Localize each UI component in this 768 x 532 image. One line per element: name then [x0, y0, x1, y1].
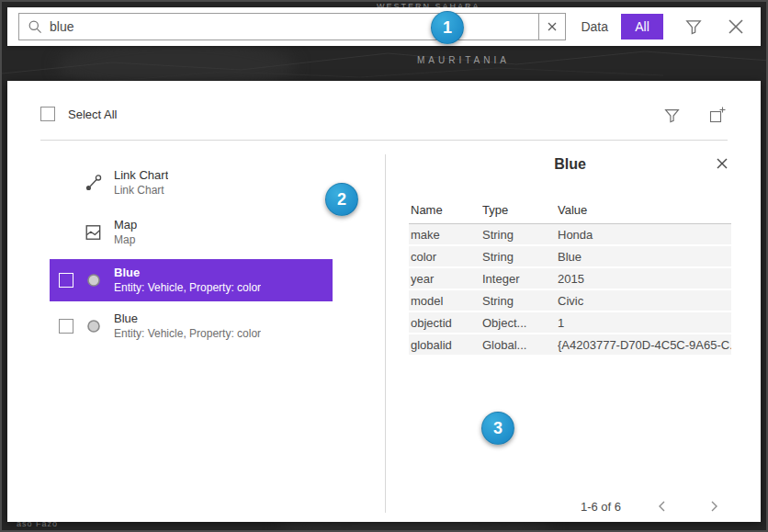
cell-type: String	[482, 294, 558, 308]
cell-name: year	[409, 272, 482, 286]
annotation-badge-2: 2	[325, 183, 358, 216]
result-title: Blue	[114, 266, 261, 280]
cell-value: 2015	[558, 272, 731, 286]
cell-name: make	[409, 228, 482, 242]
map-icon	[85, 223, 103, 242]
map-border-lines	[2, 44, 768, 83]
table-row: year Integer 2015	[409, 268, 731, 290]
result-checkbox[interactable]	[59, 273, 73, 288]
divider	[40, 140, 728, 141]
cell-type: Integer	[482, 272, 558, 286]
result-link-chart[interactable]: Link Chart Link Chart	[50, 160, 333, 206]
cell-value: 1	[558, 316, 731, 330]
result-subtitle: Link Chart	[114, 183, 168, 198]
cell-value: Blue	[558, 250, 731, 264]
add-icon	[709, 107, 726, 123]
cell-value: Civic	[558, 294, 731, 308]
cell-type: String	[482, 250, 558, 264]
search-filter-button[interactable]	[682, 15, 706, 39]
annotation-badge-3: 3	[481, 412, 514, 445]
select-all-row: Select All	[40, 107, 117, 121]
close-icon	[715, 156, 729, 171]
table-row: objectid Object... 1	[409, 312, 731, 334]
select-all-label: Select All	[68, 108, 117, 121]
prev-page-button[interactable]	[652, 496, 672, 516]
result-text: Map Map	[114, 218, 137, 247]
pagination: 1-6 of 6	[581, 496, 724, 516]
data-segment-button[interactable]: Data	[575, 14, 614, 40]
result-subtitle: Entity: Vehicle, Property: color	[114, 326, 261, 341]
close-icon	[726, 17, 746, 37]
cell-type: String	[482, 228, 558, 242]
cell-type: Object...	[482, 316, 558, 330]
annotation-badge-1: 1	[431, 11, 464, 44]
cell-type: Global...	[482, 338, 558, 352]
result-subtitle: Map	[114, 232, 137, 247]
panel-filter-button[interactable]	[661, 103, 683, 127]
cell-name: model	[409, 294, 482, 308]
app-window: WESTERN SAHARA MAURITANIA aso Fazo Data …	[0, 0, 768, 532]
select-all-checkbox[interactable]	[40, 107, 55, 121]
column-header-type: Type	[482, 203, 558, 217]
result-text: Blue Entity: Vehicle, Property: color	[114, 311, 261, 341]
clear-icon	[547, 21, 558, 32]
column-header-value: Value	[558, 203, 731, 217]
table-row: globalid Global... {A4203777-D70D-4C5C-9…	[409, 334, 731, 357]
table-row: color String Blue	[409, 246, 731, 268]
result-map[interactable]: Map Map	[50, 209, 333, 255]
result-title: Map	[114, 218, 137, 232]
results-panel: Select All	[7, 81, 761, 522]
details-panel: Blue Name Type Value make String Honda	[409, 154, 731, 357]
cell-value: {A4203777-D70D-4C5C-9A65-C...	[558, 338, 731, 352]
link-chart-icon	[85, 174, 103, 192]
properties-table: Name Type Value make String Honda color …	[409, 197, 731, 357]
clear-search-button[interactable]	[538, 14, 565, 40]
search-bar: Data All	[7, 7, 761, 46]
search-input[interactable]	[42, 19, 538, 34]
panel-actions	[661, 103, 729, 127]
search-icon	[28, 19, 42, 34]
close-details-button[interactable]	[713, 154, 731, 175]
column-header-name: Name	[409, 203, 482, 217]
chevron-right-icon	[707, 500, 720, 513]
table-header: Name Type Value	[409, 197, 731, 224]
cell-name: color	[409, 250, 482, 264]
close-search-button[interactable]	[722, 13, 750, 40]
result-title: Blue	[114, 311, 261, 326]
search-input-group	[18, 13, 566, 40]
results-list: Link Chart Link Chart Map Map	[50, 160, 333, 351]
result-entity-blue-selected[interactable]: Blue Entity: Vehicle, Property: color	[50, 259, 333, 301]
entity-icon	[85, 318, 103, 334]
chevron-left-icon	[656, 500, 669, 513]
result-entity-blue[interactable]: Blue Entity: Vehicle, Property: color	[50, 305, 333, 347]
table-row: make String Honda	[409, 224, 731, 246]
result-text: Link Chart Link Chart	[114, 168, 168, 198]
entity-icon	[85, 272, 103, 289]
all-segment-button[interactable]: All	[621, 14, 663, 40]
result-checkbox[interactable]	[59, 319, 73, 334]
result-title: Link Chart	[114, 168, 168, 183]
vertical-divider	[385, 154, 386, 513]
filter-icon	[685, 18, 702, 35]
result-text: Blue Entity: Vehicle, Property: color	[114, 266, 261, 295]
map-label-mauritania: MAURITANIA	[417, 55, 510, 65]
table-row: model String Civic	[409, 290, 731, 312]
cell-value: Honda	[558, 228, 731, 242]
result-subtitle: Entity: Vehicle, Property: color	[114, 280, 261, 295]
page-range-label: 1-6 of 6	[581, 500, 621, 514]
cell-name: objectid	[409, 316, 482, 330]
details-title: Blue	[409, 154, 731, 175]
next-page-button[interactable]	[704, 496, 724, 516]
cell-name: globalid	[409, 338, 482, 352]
panel-add-button[interactable]	[706, 103, 729, 127]
filter-icon	[664, 108, 680, 123]
